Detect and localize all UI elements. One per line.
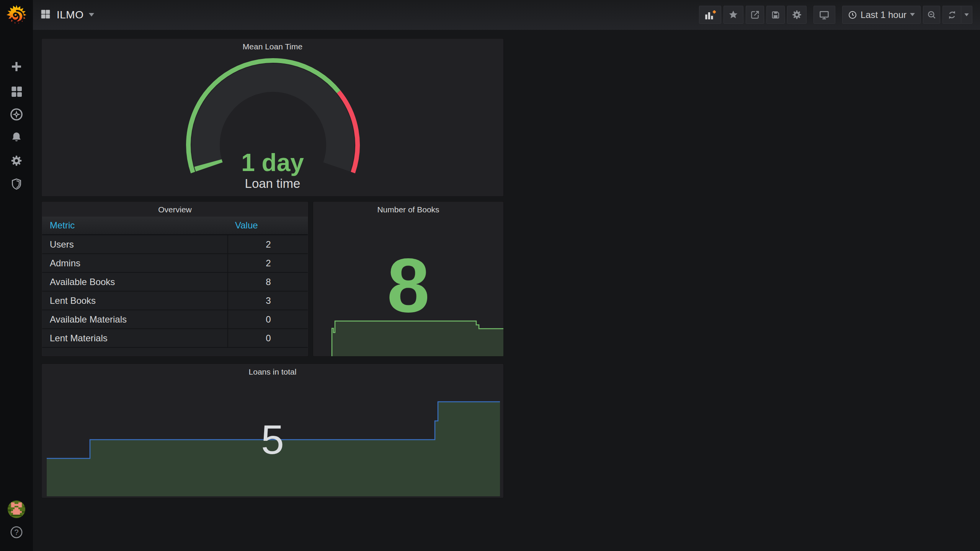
gauge-label: Loan time bbox=[42, 176, 503, 191]
dashboard-title[interactable]: ILMO bbox=[57, 9, 83, 21]
table-body: Users2Admins2Available Books8Lent Books3… bbox=[42, 235, 308, 348]
value-cell: 2 bbox=[227, 254, 309, 272]
help-icon[interactable]: ? bbox=[10, 526, 23, 539]
sidebar: ? bbox=[0, 0, 33, 551]
value-cell: 0 bbox=[227, 310, 309, 328]
add-panel-button[interactable] bbox=[699, 6, 721, 24]
table-row[interactable]: Admins2 bbox=[42, 254, 308, 273]
metric-cell: Lent Materials bbox=[50, 329, 108, 347]
refresh-interval-dropdown[interactable] bbox=[961, 6, 972, 24]
refresh-dashboard-button[interactable] bbox=[942, 6, 961, 24]
column-header-value[interactable]: Value bbox=[235, 217, 258, 234]
share-dashboard-button[interactable] bbox=[746, 6, 764, 24]
panel-overview: Overview Metric Value Users2Admins2Avail… bbox=[41, 201, 309, 357]
zoom-out-time-button[interactable] bbox=[923, 6, 940, 24]
value-cell: 8 bbox=[227, 273, 309, 291]
metric-cell: Available Books bbox=[50, 273, 115, 291]
refresh-icon bbox=[947, 10, 957, 20]
panel-title[interactable]: Overview bbox=[42, 205, 308, 214]
sidebar-item-explore[interactable] bbox=[0, 104, 33, 125]
sidebar-item-create[interactable] bbox=[0, 56, 33, 77]
table-row[interactable]: Lent Materials0 bbox=[42, 329, 308, 348]
save-icon bbox=[771, 10, 781, 20]
star-dashboard-button[interactable] bbox=[724, 6, 743, 24]
monitor-icon bbox=[819, 10, 830, 20]
time-range-picker[interactable]: Last 1 hour bbox=[842, 6, 921, 24]
grafana-logo-icon[interactable] bbox=[6, 4, 27, 25]
add-panel-icon bbox=[704, 9, 716, 21]
time-range-label: Last 1 hour bbox=[861, 10, 906, 20]
panel-title[interactable]: Number of Books bbox=[313, 205, 503, 214]
panel-mean-loan-time: Mean Loan Time 1 day Loan time bbox=[41, 38, 504, 197]
svg-text:?: ? bbox=[14, 528, 18, 536]
dashboard-grid-icon bbox=[40, 8, 51, 21]
cycle-view-mode-button[interactable] bbox=[813, 6, 835, 24]
table-row[interactable]: Available Materials0 bbox=[42, 310, 308, 329]
table-row[interactable]: Available Books8 bbox=[42, 273, 308, 292]
column-header-metric[interactable]: Metric bbox=[50, 217, 75, 234]
compass-icon bbox=[10, 108, 23, 121]
panel-loans-in-total: Loans in total 5 bbox=[41, 364, 504, 498]
chevron-down-icon bbox=[964, 13, 969, 16]
table-row[interactable]: Lent Books3 bbox=[42, 292, 308, 310]
gear-icon bbox=[10, 155, 23, 167]
clock-icon bbox=[848, 10, 857, 20]
magnifier-minus-icon bbox=[927, 10, 937, 20]
value-cell: 3 bbox=[227, 292, 309, 310]
gear-icon bbox=[792, 10, 802, 20]
top-navbar: ILMO bbox=[33, 0, 980, 30]
sidebar-item-alerting[interactable] bbox=[0, 127, 33, 148]
metric-cell: Available Materials bbox=[50, 310, 127, 328]
user-avatar[interactable] bbox=[8, 500, 25, 518]
dashboard-settings-button[interactable] bbox=[787, 6, 807, 24]
grafana-dashboard: ? ILMO bbox=[0, 0, 980, 551]
metric-cell: Users bbox=[50, 235, 74, 253]
sidebar-item-server-admin[interactable] bbox=[0, 173, 33, 195]
table-header: Metric Value bbox=[42, 217, 308, 235]
shield-icon bbox=[10, 178, 23, 190]
gauge-value: 1 day bbox=[42, 148, 503, 177]
sidebar-item-dashboards[interactable] bbox=[0, 81, 33, 102]
chevron-down-icon bbox=[910, 13, 915, 16]
table-row[interactable]: Users2 bbox=[42, 235, 308, 254]
table-footer-empty bbox=[42, 348, 308, 356]
share-icon bbox=[750, 10, 760, 20]
sidebar-item-configuration[interactable] bbox=[0, 150, 33, 171]
refresh-group bbox=[942, 6, 972, 24]
panel-title[interactable]: Mean Loan Time bbox=[42, 42, 503, 51]
chevron-down-icon[interactable] bbox=[89, 11, 94, 18]
plus-icon bbox=[10, 60, 23, 73]
metric-cell: Lent Books bbox=[50, 292, 96, 310]
value-cell: 0 bbox=[227, 329, 309, 347]
panel-number-of-books: Number of Books 8 bbox=[313, 201, 504, 357]
save-dashboard-button[interactable] bbox=[766, 6, 785, 24]
metric-cell: Admins bbox=[50, 254, 80, 272]
bell-icon bbox=[10, 131, 23, 143]
star-icon bbox=[728, 10, 738, 20]
value-cell: 2 bbox=[227, 235, 309, 253]
dashboards-grid-icon bbox=[10, 85, 23, 98]
